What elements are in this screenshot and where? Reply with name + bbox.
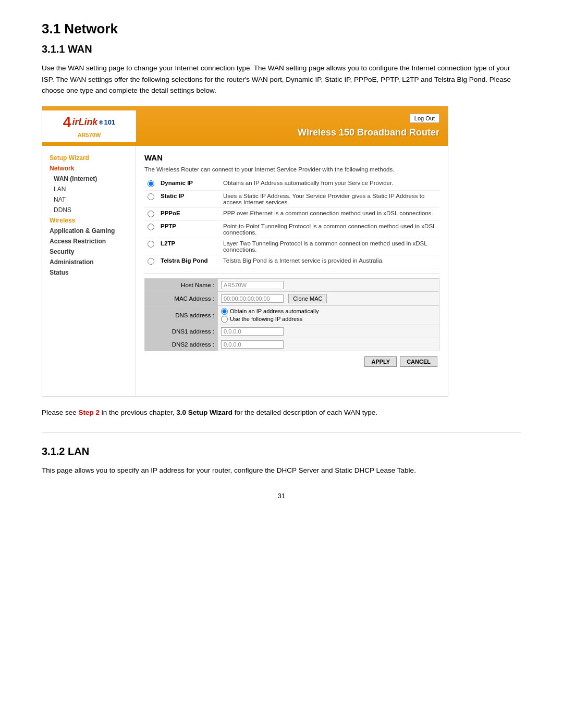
dns2-address-label: DNS2 address : (145, 338, 218, 351)
subsection2-title: 3.1.2 LAN (42, 446, 521, 458)
dns-auto-label: Obtain an IP address automatically (221, 308, 436, 315)
dns2-address-input[interactable] (221, 340, 284, 349)
dns-address-label: DNS address : (145, 305, 218, 325)
dns-auto-text: Obtain an IP address automatically (230, 308, 319, 314)
wan-option-l2tp: L2TP Layer Two Tunneling Protocol is a c… (144, 238, 439, 255)
mac-address-value: Clone MAC (218, 291, 439, 305)
pptp-desc: Point-to-Point Tunneling Protocol is a c… (220, 220, 439, 238)
host-name-value (218, 278, 439, 291)
logo-text: irLink (72, 117, 97, 128)
dns1-address-label: DNS1 address : (145, 325, 218, 338)
dns-manual-radio[interactable] (221, 316, 228, 323)
sidebar-item-access-restriction[interactable]: Access Restriction (42, 236, 136, 246)
host-name-input[interactable] (221, 281, 284, 289)
settings-table: Host Name : MAC Address : Clone MAC (144, 278, 439, 351)
pppoe-desc: PPP over Ethernet is a common connection… (220, 207, 439, 220)
logo-101: ® (99, 119, 103, 126)
sidebar-item-ddns[interactable]: DDNS (42, 205, 136, 215)
dynamic-ip-radio[interactable] (148, 180, 154, 187)
wan-option-static-ip: Static IP Uses a Static IP Address. Your… (144, 190, 439, 207)
dns1-address-row: DNS1 address : (145, 325, 439, 338)
apply-button[interactable]: APPLY (364, 356, 397, 367)
pptp-radio[interactable] (148, 224, 154, 230)
dns-address-row: DNS address : Obtain an IP address autom… (145, 305, 439, 325)
setup-wizard-ref: 3.0 Setup Wizard (176, 409, 232, 416)
dns-radio-group: Obtain an IP address automatically Use t… (221, 308, 436, 323)
static-ip-label: Static IP (161, 193, 184, 199)
logout-button[interactable]: Log Out (410, 114, 439, 123)
sidebar-item-network[interactable]: Network (42, 163, 136, 174)
dns-manual-text: Use the following IP address (230, 316, 302, 322)
telstra-desc: Telstra Big Pond is a Internet service i… (220, 255, 439, 268)
clone-mac-button[interactable]: Clone MAC (288, 294, 327, 303)
sidebar-item-wireless[interactable]: Wireless (42, 215, 136, 226)
content-title: WAN (144, 153, 439, 162)
logo-model: AR570W (78, 132, 101, 138)
wan-option-pptp: PPTP Point-to-Point Tunneling Protocol i… (144, 220, 439, 238)
pppoe-label: PPPoE (161, 210, 180, 216)
dns1-address-value (218, 325, 439, 338)
sidebar-item-security[interactable]: Security (42, 246, 136, 257)
telstra-radio[interactable] (148, 258, 154, 265)
subsection2-description: This page allows you to specify an IP ad… (42, 465, 521, 476)
dns1-address-input[interactable] (221, 327, 284, 336)
sidebar-item-lan[interactable]: LAN (42, 184, 136, 194)
dns-auto-radio[interactable] (221, 308, 228, 315)
static-ip-radio[interactable] (148, 193, 154, 200)
l2tp-desc: Layer Two Tunneling Protocol is a common… (220, 238, 439, 255)
mac-address-label: MAC Address : (145, 291, 218, 305)
router-header-title: Wireless 150 Broadband Router (298, 127, 439, 138)
subsection1-title: 3.1.1 WAN (42, 43, 521, 55)
host-name-row: Host Name : (145, 278, 439, 291)
logo-4: 4 (63, 114, 71, 131)
sidebar-item-wan[interactable]: WAN (Internet) (42, 174, 136, 184)
pptp-label: PPTP (161, 223, 176, 229)
dns-address-value: Obtain an IP address automatically Use t… (218, 305, 439, 325)
router-ui: 4 irLink ® 101 AR570W Log Out Wireless 1… (42, 106, 448, 397)
host-name-label: Host Name : (145, 278, 218, 291)
sidebar-item-status[interactable]: Status (42, 267, 136, 278)
step-note: Please see Step 2 in the previous chapte… (42, 407, 521, 418)
pppoe-radio[interactable] (148, 211, 154, 217)
sidebar-item-application-gaming[interactable]: Application & Gaming (42, 226, 136, 236)
sidebar-item-administration[interactable]: Administration (42, 257, 136, 267)
logo-area: 4 irLink ® 101 AR570W (42, 110, 136, 142)
router-body: Setup Wizard Network WAN (Internet) LAN … (42, 146, 448, 396)
content-area: WAN The Wireless Router can connect to y… (136, 146, 448, 396)
dns-manual-label: Use the following IP address (221, 316, 436, 323)
router-header: 4 irLink ® 101 AR570W Log Out Wireless 1… (42, 106, 448, 146)
sidebar-item-nat[interactable]: NAT (42, 194, 136, 205)
subsection1-description: Use the WAN setting page to change your … (42, 63, 521, 96)
dynamic-ip-label: Dynamic IP (161, 180, 193, 186)
page-number: 31 (42, 492, 521, 500)
router-header-right: Log Out Wireless 150 Broadband Router (136, 114, 443, 138)
wan-option-dynamic-ip: Dynamic IP Obtains an IP Address automat… (144, 178, 439, 191)
static-ip-desc: Uses a Static IP Address. Your Service P… (220, 190, 439, 207)
logo-101-text: 101 (104, 118, 116, 126)
sidebar-item-setup-wizard[interactable]: Setup Wizard (42, 151, 136, 163)
section-title: 3.1 Network (42, 21, 521, 37)
dns2-address-row: DNS2 address : (145, 338, 439, 351)
wan-options-table: Dynamic IP Obtains an IP Address automat… (144, 178, 439, 268)
section-divider (42, 433, 521, 433)
dns2-address-value (218, 338, 439, 351)
logo: 4 irLink ® 101 (63, 114, 115, 131)
cancel-button[interactable]: CANCEL (400, 356, 437, 367)
step2-highlight: Step 2 (79, 409, 100, 416)
l2tp-label: L2TP (161, 240, 175, 246)
dynamic-ip-desc: Obtains an IP Address automatically from… (220, 178, 439, 191)
mac-address-row: MAC Address : Clone MAC (145, 291, 439, 305)
content-description: The Wireless Router can connect to your … (144, 166, 439, 172)
sidebar: Setup Wizard Network WAN (Internet) LAN … (42, 146, 136, 396)
action-buttons: APPLY CANCEL (144, 356, 439, 367)
telstra-label: Telstra Big Pond (161, 257, 208, 264)
mac-address-input[interactable] (221, 294, 284, 303)
l2tp-radio[interactable] (148, 241, 154, 248)
wan-option-pppoe: PPPoE PPP over Ethernet is a common conn… (144, 207, 439, 220)
wan-option-telstra: Telstra Big Pond Telstra Big Pond is a I… (144, 255, 439, 268)
